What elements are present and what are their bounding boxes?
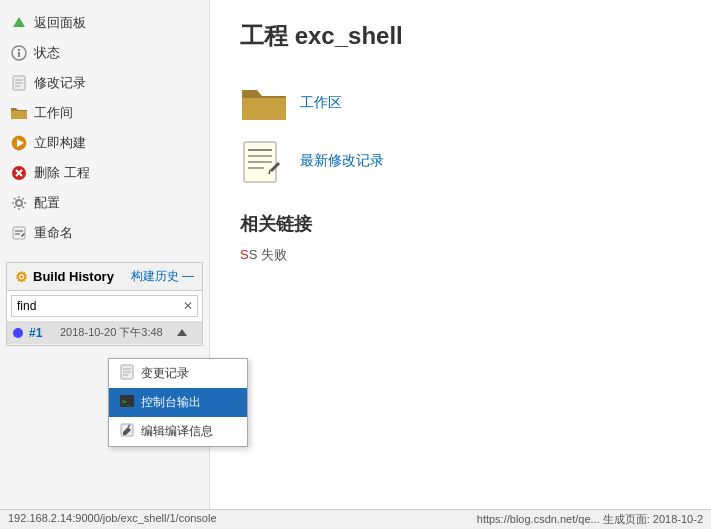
sidebar-item-back-panel[interactable]: 返回面板 [0, 8, 209, 38]
svg-point-13 [16, 200, 22, 206]
change-record-icon [119, 364, 135, 383]
build-history-section: ⚙ Build History 构建历史 — ✕ #1 2018-10-20 下… [6, 262, 203, 346]
sidebar-item-changelog[interactable]: 修改记录 [0, 68, 209, 98]
config-icon [10, 194, 28, 212]
arrow-up-icon [10, 14, 28, 32]
build-search-box: ✕ [11, 295, 198, 317]
build-icon [10, 134, 28, 152]
workspace-folder-icon [10, 104, 28, 122]
context-menu-item-console-output[interactable]: >_ 控制台输出 [109, 388, 247, 417]
failed-notice: SS 失败 [240, 246, 681, 264]
build-number: #1 [29, 326, 54, 340]
build-list: #1 2018-10-20 下午3:48 [7, 321, 202, 345]
build-history-title-group: ⚙ Build History [15, 269, 114, 285]
sidebar-nav: 返回面板 状态 [0, 0, 209, 256]
sidebar-item-workspace[interactable]: 工作间 [0, 98, 209, 128]
changelog-link[interactable]: 最新修改记录 [300, 152, 384, 170]
sidebar-label-build-now: 立即构建 [34, 134, 86, 152]
statusbar-left: 192.168.2.14:9000/job/exc_shell/1/consol… [8, 512, 217, 527]
svg-point-2 [18, 49, 20, 51]
content-links: 工作区 最新修改记录 [240, 82, 681, 182]
sidebar-label-status: 状态 [34, 44, 60, 62]
context-menu: 变更记录 >_ 控制台输出 编辑编译信息 [108, 358, 248, 447]
build-status-dot [13, 328, 23, 338]
sidebar-item-config[interactable]: 配置 [0, 188, 209, 218]
build-expand-arrow[interactable] [177, 329, 187, 336]
sidebar-label-rename: 重命名 [34, 224, 73, 242]
main-content: 工程 exc_shell 工作区 [210, 0, 711, 529]
sidebar-label-back-panel: 返回面板 [34, 14, 86, 32]
build-history-header: ⚙ Build History 构建历史 — [7, 263, 202, 291]
sidebar-item-delete[interactable]: 删除 工程 [0, 158, 209, 188]
context-menu-item-edit-build-info[interactable]: 编辑编译信息 [109, 417, 247, 446]
svg-marker-0 [13, 17, 25, 27]
workspace-link-item: 工作区 [240, 82, 681, 124]
sidebar-item-rename[interactable]: 重命名 [0, 218, 209, 248]
build-history-link[interactable]: 构建历史 — [131, 268, 194, 285]
svg-line-22 [269, 170, 270, 174]
svg-rect-3 [18, 52, 20, 57]
page-title: 工程 exc_shell [240, 20, 681, 52]
context-label-console-output: 控制台输出 [141, 394, 201, 411]
build-history-star-icon: ⚙ [15, 269, 28, 285]
sidebar-label-config: 配置 [34, 194, 60, 212]
sidebar-item-status[interactable]: 状态 [0, 38, 209, 68]
svg-text:>_: >_ [122, 398, 131, 406]
build-history-title-text: Build History [33, 269, 114, 284]
workspace-folder-large-icon [240, 82, 288, 124]
sidebar-item-build-now[interactable]: 立即构建 [0, 128, 209, 158]
svg-rect-14 [13, 227, 25, 239]
console-icon: >_ [119, 393, 135, 412]
status-icon [10, 44, 28, 62]
edit-icon [119, 422, 135, 441]
delete-icon [10, 164, 28, 182]
sidebar-label-delete: 删除 工程 [34, 164, 90, 182]
sidebar: 返回面板 状态 [0, 0, 210, 529]
statusbar-right: https://blog.csdn.net/qe... 生成页面: 2018-1… [477, 512, 703, 527]
build-list-item[interactable]: #1 2018-10-20 下午3:48 [7, 321, 202, 345]
context-menu-item-change-record[interactable]: 变更记录 [109, 359, 247, 388]
related-links-title: 相关链接 [240, 212, 681, 236]
changelog-link-item: 最新修改记录 [240, 140, 681, 182]
sidebar-label-changelog: 修改记录 [34, 74, 86, 92]
context-label-edit-build-info: 编辑编译信息 [141, 423, 213, 440]
context-label-change-record: 变更记录 [141, 365, 189, 382]
search-clear-button[interactable]: ✕ [179, 299, 197, 313]
log-icon [10, 74, 28, 92]
statusbar: 192.168.2.14:9000/job/exc_shell/1/consol… [0, 509, 711, 529]
sidebar-label-workspace: 工作间 [34, 104, 73, 122]
build-time: 2018-10-20 下午3:48 [60, 325, 163, 340]
rename-icon [10, 224, 28, 242]
changelog-doc-icon [240, 140, 288, 182]
workspace-link[interactable]: 工作区 [300, 94, 342, 112]
build-search-input[interactable] [12, 296, 179, 316]
